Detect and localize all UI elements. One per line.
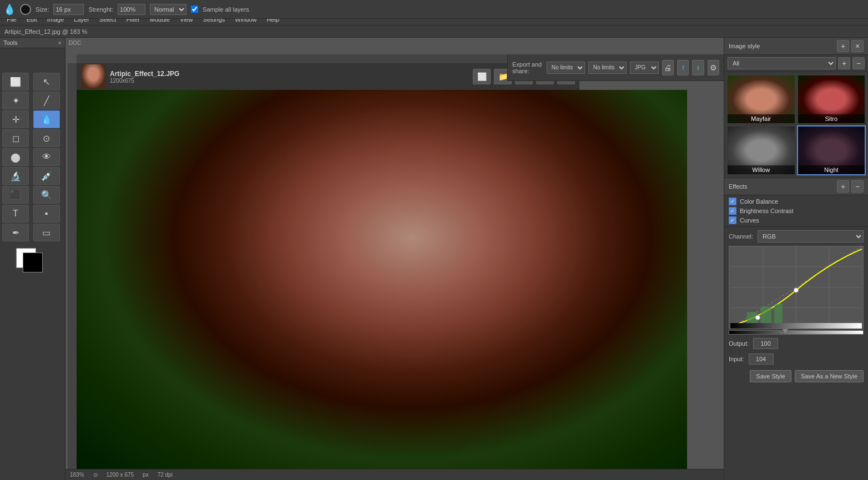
tool-crop[interactable]: ⬛ <box>2 186 29 204</box>
subtitle-bar: Artipic_Effect_12.jpg @ 183 % <box>0 26 868 38</box>
effect-curves: ✓ Curves <box>729 216 864 224</box>
tool-line[interactable]: ╱ <box>33 92 60 109</box>
tool-pen[interactable]: ✒ <box>2 224 29 241</box>
canvas-area: DOC Artipic_Effect_12.JPG 1200x675 ⬜ 📁 💾… <box>65 38 724 480</box>
image-style-close-button[interactable]: × <box>851 40 864 52</box>
size-input[interactable] <box>53 4 84 15</box>
zoom-controls[interactable]: ⊙ <box>93 472 98 478</box>
tool-stamp[interactable]: ⬤ <box>2 148 29 166</box>
style-thumbnails-grid: Mayfair Sitro Willow Night <box>724 72 868 178</box>
file-name: Artipic_Effect_12.JPG <box>110 70 468 78</box>
export-other-button[interactable]: ⚙ <box>708 60 719 75</box>
file-thumbnail <box>81 64 105 89</box>
image-style-title: Image style <box>729 43 760 49</box>
export-print-button[interactable]: 🖨 <box>662 60 674 75</box>
export-format-select[interactable]: JPG PNG TIFF <box>630 62 659 74</box>
tool-arrow[interactable]: ↖ <box>33 73 60 90</box>
effect-curves-label: Curves <box>740 217 759 224</box>
tool-select-rect[interactable]: ⬜ <box>2 73 29 90</box>
effects-add-button[interactable]: + <box>837 180 849 193</box>
file-info: Artipic_Effect_12.JPG 1200x675 <box>110 70 468 84</box>
export-label: Export and share: <box>512 61 543 74</box>
input-label: Input: <box>729 356 744 362</box>
export-bar: Export and share: No limits 800px 1024px… <box>507 54 724 81</box>
tools-close-icon[interactable]: × <box>58 39 62 46</box>
file-topbar: Artipic_Effect_12.JPG 1200x675 ⬜ 📁 💾 📤 ▼ <box>77 63 579 90</box>
file-dimensions: 1200x675 <box>110 78 468 84</box>
tool-text[interactable]: T <box>2 205 29 223</box>
effect-brightness-contrast-label: Brightness Contrast <box>740 208 794 214</box>
curves-svg <box>729 246 863 329</box>
svg-point-11 <box>794 288 799 292</box>
channel-row: Channel: RGB Red Green Blue <box>724 227 868 246</box>
tool-color-pick[interactable]: 💉 <box>33 167 60 185</box>
style-remove-button[interactable]: − <box>852 57 865 69</box>
save-row: Save Style Save As a New Style <box>724 367 868 386</box>
export-limit2-select[interactable]: No limits <box>588 62 627 74</box>
foreground-color-swatch[interactable] <box>23 252 43 272</box>
ruler-horizontal <box>77 54 579 63</box>
new-document-button[interactable]: ⬜ <box>473 69 491 84</box>
size-label: Size: <box>36 6 49 13</box>
image-style-add-button[interactable]: + <box>837 40 849 52</box>
effects-list: ✓ Color Balance ✓ Brightness Contrast ✓ … <box>724 195 868 227</box>
zoom-level: 183% <box>70 472 84 478</box>
style-filter-select[interactable]: All Favorites Recent <box>728 57 836 69</box>
tool-eye[interactable]: 👁 <box>33 148 60 166</box>
style-thumb-night[interactable]: Night <box>797 125 866 175</box>
tool-magic-wand[interactable]: ✦ <box>2 92 29 109</box>
tool-eyedropper[interactable]: 🔬 <box>2 167 29 185</box>
photo-simulation <box>77 90 687 478</box>
output-value-input[interactable] <box>753 338 778 349</box>
doc-label: DOC <box>69 40 81 46</box>
blend-mode-select[interactable]: Normal Multiply Screen <box>150 4 186 15</box>
channel-label: Channel: <box>729 233 753 240</box>
export-twitter-button[interactable]: t <box>692 60 704 75</box>
dropper-icon[interactable]: 💧 <box>3 3 16 16</box>
tool-lasso[interactable]: ⊙ <box>33 129 60 147</box>
canvas-image[interactable] <box>77 90 687 478</box>
style-thumb-willow[interactable]: Willow <box>726 125 796 175</box>
tool-rect-gray[interactable]: ▪ <box>33 205 60 223</box>
input-slider-bar[interactable] <box>729 330 864 335</box>
effect-brightness-contrast: ✓ Brightness Contrast <box>729 207 864 215</box>
tool-zoom[interactable]: 🔍 <box>33 186 60 204</box>
tool-select-rect2[interactable]: ▭ <box>33 224 60 241</box>
color-swatch <box>16 248 49 275</box>
sample-all-label: Sample all layers <box>203 6 249 13</box>
image-dimensions: 1200 x 675 <box>107 472 134 478</box>
style-thumb-sitro[interactable]: Sitro <box>797 74 866 124</box>
export-limit-select[interactable]: No limits 800px 1024px <box>547 62 585 74</box>
effect-color-balance-check[interactable]: ✓ <box>729 198 736 205</box>
save-style-button[interactable]: Save Style <box>750 370 791 382</box>
tool-dropper[interactable]: 💧 <box>33 110 60 128</box>
export-facebook-button[interactable]: f <box>677 60 689 75</box>
strength-input[interactable] <box>118 4 145 15</box>
effects-remove-button[interactable]: − <box>851 180 864 193</box>
sample-all-checkbox[interactable] <box>191 6 198 13</box>
style-thumb-sitro-label: Sitro <box>798 114 865 123</box>
effect-brightness-contrast-check[interactable]: ✓ <box>729 207 736 215</box>
input-slider-handle[interactable] <box>783 329 788 334</box>
unit-label: px <box>143 472 149 478</box>
effects-header: Effects + − <box>724 178 868 195</box>
tools-panel: Tools × 💧 Size: Strenght: Normal Multipl… <box>0 38 65 480</box>
curves-graph[interactable] <box>729 246 864 329</box>
color-circle <box>20 4 31 15</box>
tools-title: Tools <box>3 39 18 46</box>
main-layout: Tools × 💧 Size: Strenght: Normal Multipl… <box>0 38 868 480</box>
subtitle-text: Artipic_Effect_12.jpg @ 183 % <box>4 28 87 35</box>
style-add-button[interactable]: + <box>838 57 850 69</box>
style-filter-row: All Favorites Recent + − <box>724 55 868 72</box>
style-thumb-night-label: Night <box>798 165 865 174</box>
channel-select[interactable]: RGB Red Green Blue <box>758 230 864 242</box>
output-row: Output: <box>724 336 868 351</box>
effect-curves-check[interactable]: ✓ <box>729 216 736 224</box>
effect-color-balance-label: Color Balance <box>740 198 778 205</box>
style-thumb-mayfair[interactable]: Mayfair <box>726 74 796 124</box>
save-new-style-button[interactable]: Save As a New Style <box>795 370 864 382</box>
input-value-input[interactable] <box>749 353 774 365</box>
tool-move[interactable]: ✛ <box>2 110 29 128</box>
image-style-header: Image style + × <box>724 38 868 55</box>
tool-eraser[interactable]: ◻ <box>2 129 29 147</box>
